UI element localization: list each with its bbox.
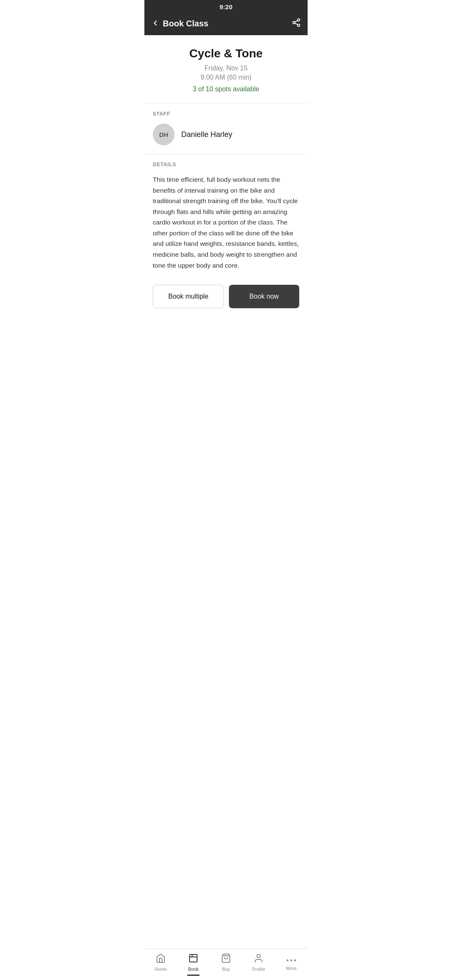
status-time: 9:20	[219, 3, 232, 10]
staff-section-label: STAFF	[153, 111, 299, 117]
staff-row: DH Danielle Harley	[153, 124, 299, 150]
class-name: Cycle & Tone	[153, 47, 299, 60]
status-bar: 9:20	[144, 0, 308, 13]
class-time: 9:00 AM (60 min)	[153, 74, 299, 81]
back-button[interactable]: Book Class	[151, 19, 208, 29]
details-text: This time efficient, full body workout n…	[153, 174, 299, 271]
staff-section: STAFF DH Danielle Harley	[144, 103, 308, 154]
svg-line-4	[295, 21, 298, 22]
staff-name: Danielle Harley	[181, 130, 232, 139]
details-section-label: DETAILS	[153, 162, 299, 168]
book-multiple-button[interactable]: Book multiple	[153, 285, 224, 308]
booking-buttons: Book multiple Book now	[144, 279, 308, 315]
details-section: DETAILS This time efficient, full body w…	[144, 154, 308, 279]
svg-line-3	[295, 23, 298, 25]
class-date: Friday, Nov 15	[153, 64, 299, 72]
header-title: Book Class	[163, 19, 208, 28]
share-button[interactable]	[292, 18, 301, 29]
class-spots: 3 of 10 spots available	[153, 85, 299, 93]
book-now-button[interactable]: Book now	[229, 285, 299, 308]
header: Book Class	[144, 13, 308, 35]
staff-avatar: DH	[153, 124, 175, 145]
back-icon	[151, 19, 159, 29]
class-info-section: Cycle & Tone Friday, Nov 15 9:00 AM (60 …	[144, 35, 308, 103]
